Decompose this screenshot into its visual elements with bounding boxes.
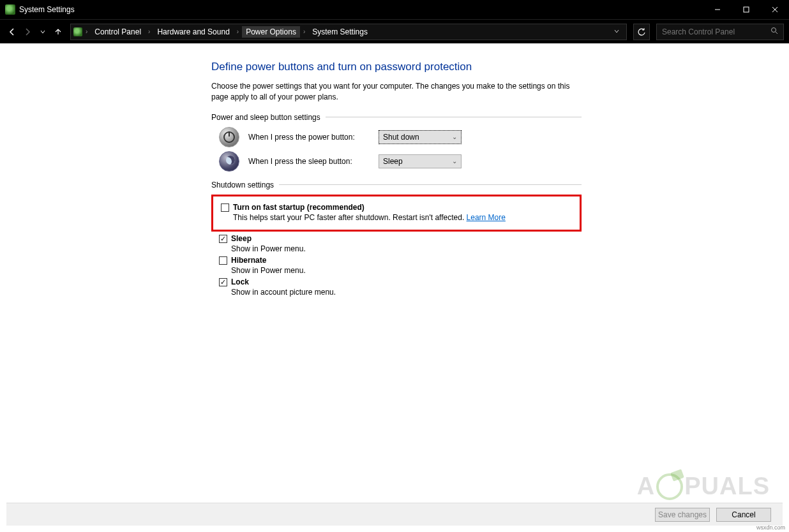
hibernate-label: Hibernate (231, 256, 266, 265)
maximize-button[interactable] (732, 0, 760, 19)
sleep-checkbox[interactable] (219, 235, 227, 243)
power-icon (219, 127, 239, 147)
save-changes-button[interactable]: Save changes (655, 508, 710, 522)
fast-startup-description: This helps start your PC faster after sh… (233, 213, 572, 222)
sleep-button-dropdown[interactable]: Sleep ⌄ (379, 154, 462, 168)
breadcrumb-control-panel[interactable]: Control Panel (91, 26, 145, 38)
content-area: Define power buttons and turn on passwor… (6, 43, 783, 512)
toolbar: › Control Panel › Hardware and Sound › P… (0, 19, 789, 43)
titlebar: System Settings (0, 0, 789, 19)
refresh-button[interactable] (633, 24, 650, 40)
up-button[interactable] (51, 25, 65, 39)
recent-locations-button[interactable] (36, 25, 50, 39)
watermark: A PUALS (637, 473, 770, 500)
lock-checkbox[interactable] (219, 278, 227, 286)
chevron-down-icon: ⌄ (452, 133, 457, 140)
back-button[interactable] (5, 25, 19, 39)
sleep-button-label: When I press the sleep button: (248, 157, 370, 166)
search-box[interactable] (656, 24, 784, 40)
breadcrumb-hardware-and-sound[interactable]: Hardware and Sound (153, 26, 233, 38)
lock-description: Show in account picture menu. (231, 288, 582, 297)
hibernate-checkbox[interactable] (219, 256, 227, 265)
svg-line-5 (776, 32, 778, 34)
svg-rect-1 (744, 7, 749, 12)
svg-point-4 (772, 28, 776, 33)
page-description: Choose the power settings that you want … (211, 81, 582, 103)
sleep-description: Show in Power menu. (231, 244, 582, 253)
chevron-down-icon: ⌄ (452, 158, 457, 165)
power-button-label: When I press the power button: (248, 133, 370, 142)
page-title: Define power buttons and turn on passwor… (211, 61, 582, 73)
sleep-icon (219, 151, 239, 172)
fast-startup-highlight: Turn on fast startup (recommended) This … (211, 195, 582, 232)
forward-button[interactable] (20, 25, 34, 39)
search-input[interactable] (662, 27, 770, 36)
breadcrumb-system-settings[interactable]: System Settings (308, 26, 372, 38)
fast-startup-checkbox[interactable] (221, 203, 229, 212)
location-icon (73, 27, 82, 36)
close-button[interactable] (760, 0, 789, 19)
watermark-logo-icon (656, 473, 683, 500)
cancel-button[interactable]: Cancel (716, 508, 771, 522)
lock-label: Lock (231, 277, 249, 286)
chevron-right-icon[interactable]: › (147, 28, 151, 35)
power-button-row: When I press the power button: Shut down… (219, 127, 582, 147)
chevron-right-icon[interactable]: › (303, 28, 306, 35)
minimize-button[interactable] (703, 0, 732, 19)
attribution: wsxdn.com (756, 524, 785, 531)
learn-more-link[interactable]: Learn More (467, 213, 506, 222)
breadcrumb-power-options[interactable]: Power Options (242, 26, 300, 38)
app-icon (5, 4, 15, 15)
footer-bar: Save changes Cancel (6, 503, 783, 526)
sleep-label: Sleep (231, 234, 252, 243)
power-button-dropdown[interactable]: Shut down ⌄ (379, 130, 462, 144)
hibernate-description: Show in Power menu. (231, 266, 582, 275)
fast-startup-label: Turn on fast startup (recommended) (233, 203, 364, 212)
window-title: System Settings (19, 5, 75, 14)
search-icon (770, 27, 778, 36)
chevron-right-icon[interactable]: › (85, 28, 88, 35)
power-sleep-section-header: Power and sleep button settings (211, 113, 582, 122)
sleep-button-row: When I press the sleep button: Sleep ⌄ (219, 151, 582, 172)
chevron-right-icon[interactable]: › (236, 28, 239, 35)
address-dropdown-button[interactable] (610, 27, 624, 36)
shutdown-section-header: Shutdown settings (211, 181, 582, 189)
address-bar[interactable]: › Control Panel › Hardware and Sound › P… (70, 24, 627, 40)
